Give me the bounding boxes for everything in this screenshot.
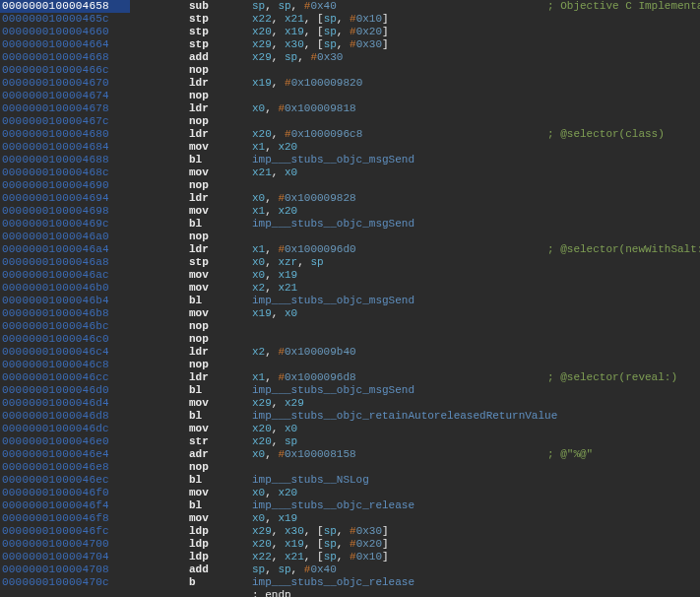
address: 00000001000046b8 [0, 307, 130, 320]
asm-row[interactable]: 0000000100004660stpx20, x19, [sp, #0x20] [0, 26, 700, 38]
operands: imp___stubs__objc_msgSend [252, 218, 547, 231]
asm-row[interactable]: 00000001000046f8movx0, x19 [0, 512, 700, 525]
operands [252, 231, 547, 243]
address: 00000001000046f0 [0, 487, 130, 499]
asm-row[interactable]: 00000001000046acmovx0, x19 [0, 269, 700, 282]
asm-row[interactable]: 00000001000046a8stpx0, xzr, sp [0, 256, 700, 269]
address: 0000000100004684 [0, 141, 130, 154]
asm-row[interactable]: 0000000100004684movx1, x20 [0, 141, 700, 154]
asm-row[interactable]: 0000000100004680ldrx20, #0x1000096c8; @s… [0, 128, 700, 141]
operands [252, 115, 547, 128]
mnemonic: ldr [130, 192, 252, 205]
asm-row[interactable]: 0000000100004658subsp, sp, #0x40; Object… [0, 0, 700, 13]
asm-row[interactable]: 00000001000046c4ldrx2, #0x100009b40 [0, 346, 700, 359]
asm-row[interactable]: 00000001000046dcmovx20, x0 [0, 423, 700, 435]
asm-row[interactable]: 00000001000046e4adrx0, #0x100008158; @"%… [0, 448, 700, 461]
mnemonic: bl [130, 154, 252, 166]
address: 0000000100004678 [0, 102, 130, 115]
asm-row[interactable]: 00000001000046c0nop [0, 333, 700, 346]
asm-row[interactable]: 00000001000046c8nop [0, 359, 700, 371]
asm-row[interactable]: 000000010000467cnop [0, 115, 700, 128]
operands: sp, sp, #0x40 [252, 564, 547, 576]
asm-row[interactable]: 000000010000465cstpx22, x21, [sp, #0x10] [0, 13, 700, 26]
asm-row[interactable]: 0000000100004708addsp, sp, #0x40 [0, 564, 700, 576]
asm-row[interactable]: 00000001000046b4blimp___stubs__objc_msgS… [0, 295, 700, 307]
asm-row[interactable]: 0000000100004700ldpx20, x19, [sp, #0x20] [0, 538, 700, 551]
mnemonic: mov [130, 282, 252, 295]
asm-row[interactable]: 0000000100004704ldpx22, x21, [sp, #0x10] [0, 551, 700, 564]
asm-row[interactable]: 000000010000469cblimp___stubs__objc_msgS… [0, 218, 700, 231]
asm-row[interactable]: 0000000100004688blimp___stubs__objc_msgS… [0, 154, 700, 166]
operands: x20, x19, [sp, #0x20] [252, 26, 547, 38]
asm-row[interactable]: 0000000100004664stpx29, x30, [sp, #0x30] [0, 38, 700, 51]
asm-row[interactable]: 0000000100004668addx29, sp, #0x30 [0, 51, 700, 64]
address: 00000001000046e0 [0, 435, 130, 448]
operands: x1, #0x1000096d8 [252, 371, 547, 384]
asm-row[interactable]: ; endp [0, 589, 700, 597]
address: 000000010000470c [0, 576, 130, 589]
asm-row[interactable]: 0000000100004678ldrx0, #0x100009818 [0, 102, 700, 115]
address: 000000010000468c [0, 166, 130, 179]
mnemonic: mov [130, 166, 252, 179]
address: 0000000100004658 [0, 0, 130, 13]
mnemonic: nop [130, 320, 252, 333]
asm-row[interactable]: 00000001000046b8movx19, x0 [0, 307, 700, 320]
asm-row[interactable]: 0000000100004698movx1, x20 [0, 205, 700, 218]
mnemonic: bl [130, 218, 252, 231]
operands: x19, x0 [252, 307, 547, 320]
asm-row[interactable]: 0000000100004674nop [0, 90, 700, 102]
address: 000000010000469c [0, 218, 130, 231]
asm-row[interactable]: 00000001000046b0movx2, x21 [0, 282, 700, 295]
asm-row[interactable]: 00000001000046fcldpx29, x30, [sp, #0x30] [0, 525, 700, 538]
mnemonic: adr [130, 448, 252, 461]
asm-row[interactable]: 0000000100004694ldrx0, #0x100009828 [0, 192, 700, 205]
asm-row[interactable]: 000000010000466cnop [0, 64, 700, 77]
comment: ; @selector(class) [547, 128, 665, 141]
mnemonic: mov [130, 487, 252, 499]
mnemonic: ldp [130, 538, 252, 551]
address: 00000001000046fc [0, 525, 130, 538]
mnemonic: stp [130, 13, 252, 26]
asm-row[interactable]: 0000000100004670ldrx19, #0x100009820 [0, 77, 700, 90]
mnemonic: mov [130, 397, 252, 410]
operands: imp___stubs__objc_retainAutoreleasedRetu… [252, 410, 547, 423]
address: 00000001000046d0 [0, 384, 130, 397]
asm-row[interactable]: 000000010000470cbimp___stubs__objc_relea… [0, 576, 700, 589]
asm-row[interactable]: 00000001000046a0nop [0, 231, 700, 243]
address [0, 589, 130, 597]
operands: x2, x21 [252, 282, 547, 295]
mnemonic: nop [130, 115, 252, 128]
mnemonic: nop [130, 90, 252, 102]
address: 0000000100004708 [0, 564, 130, 576]
operands: imp___stubs__objc_msgSend [252, 295, 547, 307]
asm-row[interactable]: 00000001000046ccldrx1, #0x1000096d8; @se… [0, 371, 700, 384]
asm-row[interactable]: 00000001000046f0movx0, x20 [0, 487, 700, 499]
asm-row[interactable]: 00000001000046ecblimp___stubs__NSLog [0, 474, 700, 487]
address: 00000001000046ec [0, 474, 130, 487]
operands: x1, #0x1000096d0 [252, 243, 547, 256]
operands: x1, x20 [252, 141, 547, 154]
asm-row[interactable]: 00000001000046e0strx20, sp [0, 435, 700, 448]
mnemonic: nop [130, 333, 252, 346]
operands: x2, #0x100009b40 [252, 346, 547, 359]
asm-row[interactable]: 00000001000046d4movx29, x29 [0, 397, 700, 410]
asm-row[interactable]: 00000001000046a4ldrx1, #0x1000096d0; @se… [0, 243, 700, 256]
asm-row[interactable]: 00000001000046d0blimp___stubs__objc_msgS… [0, 384, 700, 397]
operands: x0, #0x100009818 [252, 102, 547, 115]
address: 0000000100004668 [0, 51, 130, 64]
mnemonic: mov [130, 423, 252, 435]
asm-row[interactable]: 00000001000046d8blimp___stubs__objc_reta… [0, 410, 700, 423]
asm-row[interactable]: 000000010000468cmovx21, x0 [0, 166, 700, 179]
operands: x0, #0x100008158 [252, 448, 547, 461]
mnemonic: mov [130, 269, 252, 282]
asm-row[interactable]: 0000000100004690nop [0, 179, 700, 192]
operands: x29, x30, [sp, #0x30] [252, 38, 547, 51]
asm-row[interactable]: 00000001000046bcnop [0, 320, 700, 333]
mnemonic: ldr [130, 371, 252, 384]
disassembly-listing[interactable]: 0000000100004658subsp, sp, #0x40; Object… [0, 0, 700, 597]
comment: ; @selector(reveal:) [547, 371, 677, 384]
asm-row[interactable]: 00000001000046e8nop [0, 461, 700, 474]
asm-row[interactable]: 00000001000046f4blimp___stubs__objc_rele… [0, 499, 700, 512]
mnemonic: ldp [130, 525, 252, 538]
operands [252, 179, 547, 192]
